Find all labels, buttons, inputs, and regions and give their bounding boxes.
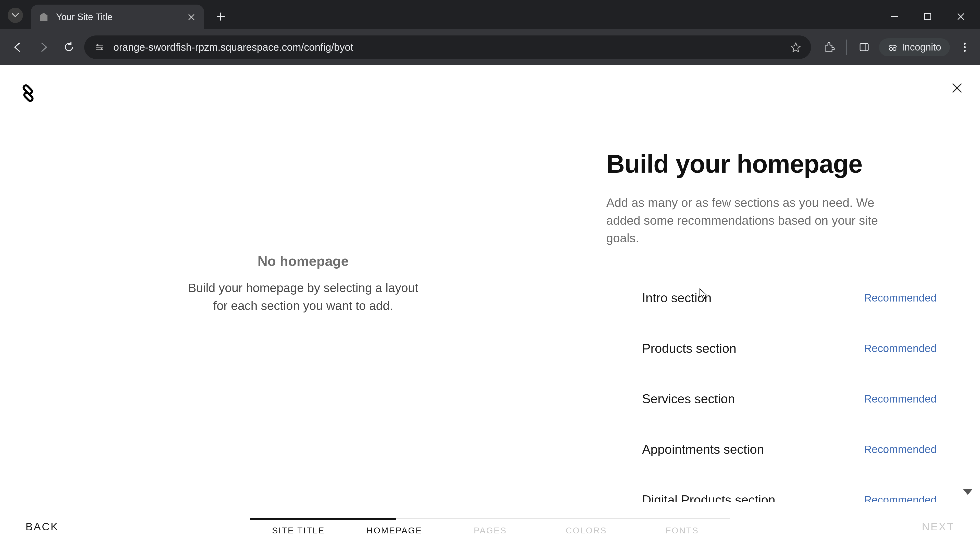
browser-titlebar: Your Site Title	[0, 0, 980, 29]
address-bar-url: orange-swordfish-rpzm.squarespace.com/co…	[113, 41, 782, 53]
svg-point-10	[964, 50, 966, 52]
recommended-badge: Recommended	[864, 494, 937, 502]
window-minimize-button[interactable]	[888, 10, 901, 23]
close-icon	[951, 82, 963, 94]
browser-tab[interactable]: Your Site Title	[30, 5, 204, 29]
config-pane: Build your homepage Add as many or as fe…	[606, 65, 980, 503]
browser-menu-button[interactable]	[957, 40, 972, 55]
step-colors: COLORS	[538, 526, 634, 535]
progress-stepper: SITE TITLE HOMEPAGE PAGES COLORS FONTS	[250, 518, 730, 535]
config-title: Build your homepage	[606, 149, 937, 179]
address-bar[interactable]: orange-swordfish-rpzm.squarespace.com/co…	[84, 35, 811, 59]
section-name: Appointments section	[642, 442, 764, 457]
svg-rect-0	[924, 14, 931, 20]
svg-point-8	[964, 43, 966, 44]
step-site-title[interactable]: SITE TITLE	[250, 526, 346, 535]
recommended-badge: Recommended	[864, 292, 937, 304]
section-name: Digital Products section	[642, 492, 775, 502]
app-close-button[interactable]	[950, 80, 965, 96]
svg-point-9	[964, 46, 966, 48]
section-name: Products section	[642, 341, 737, 356]
panel-icon	[859, 42, 869, 52]
app-header	[0, 65, 980, 116]
incognito-icon	[888, 42, 898, 52]
incognito-indicator[interactable]: Incognito	[879, 38, 950, 56]
site-settings-icon[interactable]	[94, 41, 106, 53]
stepper-track	[250, 518, 730, 519]
squarespace-logo[interactable]	[15, 80, 41, 106]
tab-search-dropdown[interactable]	[8, 8, 23, 23]
section-name: Intro section	[642, 291, 711, 305]
puzzle-icon	[823, 41, 835, 53]
browser-chrome: Your Site Title	[0, 0, 980, 65]
config-subtitle: Add as many or as few sections as you ne…	[606, 194, 900, 247]
nav-back-button[interactable]	[8, 37, 28, 57]
chevron-down-icon	[12, 13, 19, 17]
svg-rect-3	[860, 44, 868, 51]
stepper-labels: SITE TITLE HOMEPAGE PAGES COLORS FONTS	[250, 526, 730, 535]
close-icon	[188, 14, 195, 21]
nav-forward-button[interactable]	[33, 37, 54, 57]
tab-close-button[interactable]	[186, 12, 197, 22]
tab-favicon-icon	[38, 12, 49, 22]
stepper-fill	[250, 518, 396, 519]
step-homepage[interactable]: HOMEPAGE	[346, 526, 442, 535]
section-row-appointments[interactable]: Appointments section Recommended	[606, 424, 937, 475]
arrow-right-icon	[38, 41, 49, 53]
bookmark-button[interactable]	[790, 41, 802, 53]
toolbar-right: Incognito	[816, 38, 972, 56]
window-close-button[interactable]	[955, 10, 967, 23]
tab-title: Your Site Title	[56, 12, 186, 22]
step-fonts: FONTS	[634, 526, 730, 535]
recommended-badge: Recommended	[864, 342, 937, 354]
section-name: Services section	[642, 392, 735, 407]
arrow-left-icon	[12, 41, 24, 53]
preview-pane: No homepage Build your homepage by selec…	[0, 65, 606, 503]
next-button: NEXT	[922, 521, 955, 533]
scroll-down-indicator[interactable]	[963, 489, 972, 495]
svg-point-6	[893, 48, 896, 51]
toolbar-divider	[846, 40, 847, 55]
app-body: No homepage Build your homepage by selec…	[0, 65, 980, 503]
svg-point-5	[889, 48, 892, 51]
svg-point-2	[100, 48, 103, 50]
maximize-icon	[924, 13, 932, 21]
squarespace-logo-icon	[15, 80, 41, 106]
section-row-digital-products[interactable]: Digital Products section Recommended	[606, 475, 937, 502]
section-row-services[interactable]: Services section Recommended	[606, 374, 937, 424]
reload-icon	[63, 41, 75, 53]
recommended-badge: Recommended	[864, 393, 937, 405]
section-row-products[interactable]: Products section Recommended	[606, 323, 937, 374]
app-viewport: No homepage Build your homepage by selec…	[0, 65, 980, 551]
nav-reload-button[interactable]	[59, 37, 79, 57]
section-row-intro[interactable]: Intro section Recommended	[606, 273, 937, 323]
kebab-icon	[963, 42, 966, 52]
svg-point-1	[97, 44, 99, 46]
section-list[interactable]: Intro section Recommended Products secti…	[606, 273, 937, 502]
preview-subtitle: Build your homepage by selecting a layou…	[181, 279, 426, 314]
sidepanel-button[interactable]	[856, 40, 872, 55]
window-maximize-button[interactable]	[921, 10, 934, 23]
preview-title: No homepage	[258, 253, 348, 269]
extensions-button[interactable]	[821, 40, 837, 55]
browser-toolbar: orange-swordfish-rpzm.squarespace.com/co…	[0, 29, 980, 65]
step-pages: PAGES	[442, 526, 538, 535]
incognito-label: Incognito	[902, 42, 941, 53]
close-icon	[957, 13, 965, 21]
new-tab-button[interactable]	[215, 10, 227, 23]
back-button[interactable]: BACK	[25, 521, 59, 533]
app-footer: BACK SITE TITLE HOMEPAGE PAGES COLORS FO…	[0, 503, 980, 551]
plus-icon	[216, 12, 225, 21]
recommended-badge: Recommended	[864, 443, 937, 456]
star-icon	[791, 42, 801, 52]
window-controls	[888, 0, 980, 23]
minimize-icon	[890, 12, 899, 21]
